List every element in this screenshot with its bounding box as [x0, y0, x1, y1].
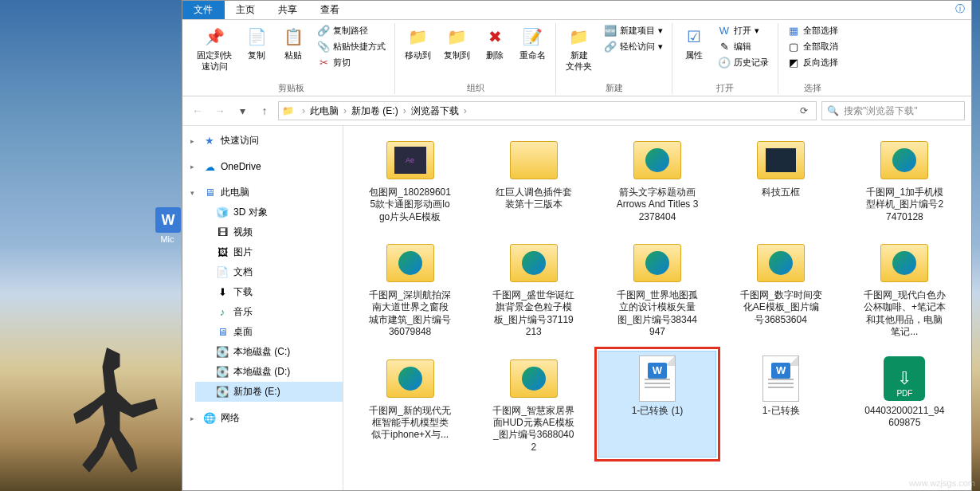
sidebar-local-d[interactable]: 💽本地磁盘 (D:) — [195, 362, 343, 382]
folder-tile[interactable]: 千图网_盛世华诞红旗背景金色粒子模板_图片编号37119213 — [475, 235, 592, 342]
folder-tile[interactable]: 千图网_深圳航拍深南大道世界之窗段城市建筑_图片编号36079848 — [351, 235, 468, 342]
sidebar-pictures[interactable]: 🖼图片 — [195, 242, 343, 262]
sidebar-videos[interactable]: 🎞视频 — [195, 222, 343, 242]
properties-button[interactable]: ☑属性 — [679, 23, 709, 63]
new-folder-button[interactable]: 📁新建 文件夹 — [563, 23, 595, 74]
paste-button[interactable]: 📋粘贴 — [278, 23, 308, 63]
folder-tile[interactable]: 千图网_数字时间变化AE模板_图片编号36853604 — [723, 235, 840, 342]
sidebar-onedrive[interactable]: ▸☁OneDrive — [182, 157, 343, 176]
copy-button[interactable]: 📄复制 — [241, 23, 272, 63]
sidebar-3d-objects[interactable]: 🧊3D 对象 — [195, 202, 343, 222]
sidebar-desktop[interactable]: 🖥桌面 — [195, 322, 343, 342]
sidebar-new-e[interactable]: 💽新加卷 (E:) — [195, 382, 343, 402]
file-explorer-window: 文件 主页 共享 查看 ⓘ 📌固定到快 速访问 📄复制 📋粘贴 🔗复制路径 📎粘… — [182, 0, 972, 491]
open-button[interactable]: W打开 ▾ — [715, 23, 771, 37]
sidebar-documents[interactable]: 📄文档 — [195, 262, 343, 282]
clipboard-group-label: 剪贴板 — [278, 82, 304, 94]
folder-tile[interactable]: Ae包图网_1802896015款卡通图形动画logo片头AE模板 — [351, 132, 468, 227]
pdf-file-tile[interactable]: ⇩044032000211_94609875 — [846, 351, 963, 458]
file-grid: Ae包图网_1802896015款卡通图形动画logo片头AE模板 红巨人调色插… — [343, 126, 971, 490]
nav-sidebar: ▸★快速访问 ▸☁OneDrive ▾🖥此电脑 🧊3D 对象 🎞视频 🖼图片 📄… — [182, 126, 343, 490]
search-icon: 🔍 — [827, 105, 839, 116]
rename-button[interactable]: 📝重命名 — [516, 23, 549, 63]
sidebar-music[interactable]: ♪音乐 — [195, 302, 343, 322]
ribbon-tabs: 文件 主页 共享 查看 ⓘ — [182, 1, 971, 20]
breadcrumb-drive[interactable]: 新加卷 (E:) — [351, 104, 398, 118]
desktop-shortcut[interactable]: W Mic — [155, 207, 179, 244]
sidebar-network[interactable]: ▸🌐网络 — [182, 408, 343, 428]
paste-shortcut-button[interactable]: 📎粘贴快捷方式 — [315, 39, 388, 53]
nav-back-button[interactable]: ← — [189, 102, 206, 120]
breadcrumb-pc[interactable]: 此电脑 — [310, 104, 339, 118]
tab-share[interactable]: 共享 — [267, 1, 309, 19]
docx-file-tile-selected[interactable]: W1-已转换 (1) — [598, 351, 715, 458]
breadcrumb-folder[interactable]: 浏览器下载 — [411, 104, 459, 118]
delete-button[interactable]: ✖删除 — [480, 23, 510, 63]
tab-view[interactable]: 查看 — [309, 1, 351, 19]
sidebar-downloads[interactable]: ⬇下载 — [195, 282, 343, 302]
history-button[interactable]: 🕘历史记录 — [715, 55, 771, 69]
cut-button[interactable]: ✂剪切 — [315, 55, 388, 69]
tab-home[interactable]: 主页 — [225, 1, 267, 19]
folder-tile[interactable]: 千图网_新的现代无框智能手机模型类似于iphone+X与... — [351, 351, 468, 458]
new-group-label: 新建 — [606, 82, 623, 94]
nav-recent-button[interactable]: ▾ — [233, 102, 251, 120]
folder-tile[interactable]: 千图网_现代白色办公杯咖啡、+笔记本和其他用品，电脑笔记... — [846, 235, 963, 342]
organize-group-label: 组织 — [467, 82, 484, 94]
copy-to-button[interactable]: 📁复制到 — [441, 23, 473, 63]
select-all-button[interactable]: ▦全部选择 — [785, 23, 841, 37]
sidebar-this-pc[interactable]: ▾🖥此电脑 — [182, 183, 343, 202]
folder-tile[interactable]: 千图网_智慧家居界面HUD元素AE模板_图片编号36880402 — [475, 351, 592, 458]
new-item-button[interactable]: 🆕新建项目 ▾ — [602, 23, 665, 37]
help-icon[interactable]: ⓘ — [949, 1, 971, 19]
folder-tile[interactable]: 科技五框 — [723, 132, 840, 227]
edit-button[interactable]: ✎编辑 — [715, 39, 771, 53]
easy-access-button[interactable]: 🔗轻松访问 ▾ — [602, 39, 665, 53]
invert-selection-button[interactable]: ◩反向选择 — [785, 55, 841, 69]
move-to-button[interactable]: 📁移动到 — [402, 23, 434, 63]
search-input[interactable]: 🔍 搜索"浏览器下载" — [821, 101, 965, 120]
nav-up-button[interactable]: ↑ — [256, 102, 273, 120]
nav-forward-button[interactable]: → — [211, 102, 229, 120]
folder-tile[interactable]: 千图网_世界地图孤立的设计模板矢量图_图片编号38344947 — [598, 235, 715, 342]
sidebar-local-c[interactable]: 💽本地磁盘 (C:) — [195, 342, 343, 362]
folder-tile[interactable]: 红巨人调色插件套装第十三版本 — [475, 132, 592, 227]
copy-path-button[interactable]: 🔗复制路径 — [315, 23, 388, 37]
select-none-button[interactable]: ▢全部取消 — [785, 39, 841, 53]
pin-to-quick-access-button[interactable]: 📌固定到快 速访问 — [194, 23, 235, 74]
folder-tile[interactable]: 千图网_1加手机模型样机_图片编号27470128 — [846, 132, 963, 227]
select-group-label: 选择 — [804, 82, 821, 94]
open-group-label: 打开 — [716, 82, 734, 94]
sidebar-quick-access[interactable]: ▸★快速访问 — [182, 131, 343, 151]
address-bar-row: ← → ▾ ↑ 📁 › 此电脑 › 新加卷 (E:) › 浏览器下载 › ⟳ 🔍… — [182, 96, 971, 126]
refresh-icon[interactable]: ⟳ — [795, 105, 813, 116]
watermark: www.wzjsgs.com — [909, 478, 975, 488]
breadcrumb[interactable]: 📁 › 此电脑 › 新加卷 (E:) › 浏览器下载 › ⟳ — [278, 101, 817, 120]
folder-icon: 📁 — [282, 105, 294, 116]
ribbon: 📌固定到快 速访问 📄复制 📋粘贴 🔗复制路径 📎粘贴快捷方式 ✂剪切 剪贴板 … — [182, 20, 971, 96]
tab-file[interactable]: 文件 — [182, 1, 225, 19]
docx-file-tile[interactable]: W1-已转换 — [723, 351, 840, 458]
folder-tile[interactable]: 箭头文字标题动画 Arrows And Titles 32378404 — [598, 132, 715, 227]
